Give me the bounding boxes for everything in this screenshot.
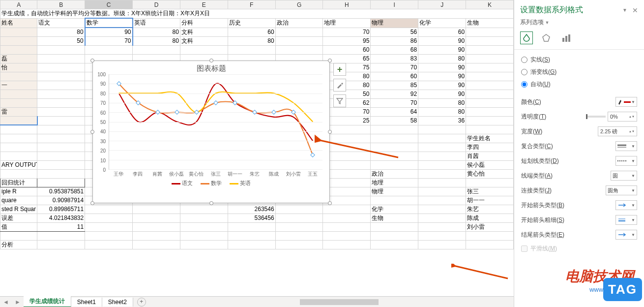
col-header[interactable]: C	[85, 0, 133, 9]
col-header[interactable]: E	[180, 0, 228, 9]
pane-title: 设置数据系列格式	[520, 5, 622, 15]
col-header[interactable]: B	[37, 0, 85, 9]
resize-handle[interactable]	[328, 59, 332, 62]
col-header[interactable]: G	[275, 0, 323, 9]
compound-label: 复合类型(C)	[521, 142, 615, 151]
opacity-spinner[interactable]: 0%▲▼	[608, 112, 637, 122]
svg-rect-3	[568, 34, 570, 42]
resize-handle[interactable]	[328, 201, 332, 205]
resize-handle[interactable]	[90, 59, 94, 62]
chart-legend[interactable]: 语文数学英语	[93, 178, 329, 189]
color-picker[interactable]: ▼	[615, 97, 637, 107]
width-label: 宽度(W)	[521, 127, 598, 136]
line-solid-radio[interactable]: 实线(S)	[521, 54, 637, 66]
col-header[interactable]: F	[228, 0, 275, 9]
color-label: 颜色(C)	[521, 98, 615, 106]
begin-arrow-type-picker[interactable]: ▼	[615, 200, 637, 210]
resize-handle[interactable]	[90, 201, 94, 205]
sheet-tab[interactable]: Sheet2	[102, 298, 133, 307]
chart-filter-button[interactable]	[333, 94, 346, 107]
begin-arrow-type-label: 开始箭头类型(B)	[521, 201, 615, 210]
svg-rect-1	[562, 38, 564, 42]
y-axis: 0102030405060708090100	[94, 74, 106, 170]
sheet-tabs: ◄ ► 学生成绩统计 Sheet1 Sheet2 +	[0, 296, 514, 307]
width-spinner[interactable]: 2.25 磅▲▼	[598, 126, 637, 136]
spreadsheet-area: − A B C D E F G H I J K 学生成绩，自动统计学科的平均分等…	[0, 0, 514, 307]
horizontal-scrollbar[interactable]	[295, 298, 509, 306]
effects-icon[interactable]	[540, 31, 553, 44]
cap-label: 线端类型(A)	[521, 172, 611, 180]
resize-handle[interactable]	[328, 130, 332, 134]
new-sheet-button[interactable]: +	[137, 298, 146, 307]
close-icon[interactable]: ✕	[632, 6, 638, 14]
line-gradient-radio[interactable]: 渐变线(G)	[521, 66, 637, 78]
compound-picker[interactable]: ▼	[615, 141, 637, 151]
svg-rect-2	[565, 36, 567, 42]
col-header[interactable]: J	[418, 0, 466, 9]
col-header[interactable]: A	[0, 0, 37, 9]
dash-picker[interactable]: ▼	[615, 156, 637, 166]
end-arrow-type-label: 结尾箭头类型(E)	[521, 231, 615, 239]
chart-styles-button[interactable]	[333, 79, 346, 92]
chart-elements-button[interactable]: +	[333, 63, 346, 76]
end-arrow-type-picker[interactable]: ▼	[615, 230, 637, 240]
dash-label: 短划线类型(D)	[521, 157, 615, 165]
tab-nav-prev[interactable]: ◄	[0, 299, 12, 306]
col-header[interactable]: K	[466, 0, 514, 9]
annotation-arrow	[451, 264, 510, 283]
series-options-icon[interactable]	[559, 31, 572, 44]
tab-nav-next[interactable]: ►	[12, 299, 24, 306]
plot-area[interactable]	[109, 74, 322, 170]
sheet-tab[interactable]: 学生成绩统计	[24, 296, 71, 307]
resize-handle[interactable]	[209, 59, 213, 62]
embedded-chart[interactable]: 图表标题 0102030405060708090100 王华李四肖茜侯小磊黄心怡…	[92, 61, 330, 203]
join-label: 连接类型(J)	[521, 186, 606, 195]
opacity-label: 透明度(T)	[521, 113, 586, 121]
sheet-tab[interactable]: Sheet1	[71, 298, 102, 307]
join-picker[interactable]: 圆角▼	[606, 185, 637, 195]
col-header[interactable]: H	[323, 0, 371, 9]
opacity-slider[interactable]	[586, 116, 606, 118]
col-header[interactable]: I	[371, 0, 418, 9]
fill-line-icon[interactable]	[520, 31, 533, 44]
line-auto-radio[interactable]: 自动(U)	[521, 78, 637, 91]
resize-handle[interactable]	[209, 201, 213, 205]
tag-badge: TAG	[603, 278, 642, 301]
col-header[interactable]: D	[133, 0, 180, 9]
pane-subtitle[interactable]: 系列选项	[514, 17, 644, 30]
x-axis: 王华李四肖茜侯小磊黄心怡张三胡一一朱艺陈成刘小雷王五	[109, 171, 322, 178]
chart-side-buttons: +	[333, 63, 346, 107]
pane-menu-icon[interactable]: ▼	[622, 7, 627, 13]
svg-marker-0	[543, 34, 550, 41]
begin-arrow-size-picker[interactable]: ▼	[615, 215, 637, 225]
merged-title-cell[interactable]: 学生成绩，自动统计学科的平均分等数据。班级：X年X班统计日期：X年X月X日	[0, 9, 514, 19]
format-pane: 设置数据系列格式 ▼ ✕ 系列选项 实线(S) 渐变线(G) 自动(U) 颜色(…	[514, 0, 644, 307]
smooth-line-checkbox: 平滑线(M)	[530, 245, 557, 253]
begin-arrow-size-label: 开始箭头粗细(S)	[521, 216, 615, 224]
cap-picker[interactable]: 圆▼	[611, 171, 637, 181]
chart-title[interactable]: 图表标题	[93, 61, 329, 74]
